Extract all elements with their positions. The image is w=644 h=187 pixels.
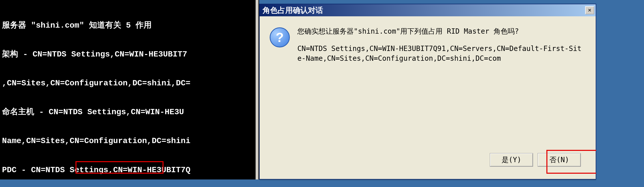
dialog-body: ? 您确实想让服务器"shini.com"用下列值占用 RID Master 角…	[260, 16, 596, 179]
terminal-line: 命名主机 - CN=NTDS Settings,CN=WIN-HE3U	[2, 107, 257, 117]
terminal-line: Name,CN=Sites,CN=Configuration,DC=shini	[2, 136, 257, 146]
terminal-line: PDC - CN=NTDS Settings,CN=WIN-HE3UBIT7Q	[2, 165, 257, 175]
dialog-titlebar[interactable]: 角色占用确认对话 ×	[260, 4, 596, 16]
terminal-line: 服务器 "shini.com" 知道有关 5 作用	[2, 21, 257, 30]
close-button[interactable]: ×	[585, 6, 594, 14]
confirmation-dialog: 角色占用确认对话 × ? 您确实想让服务器"shini.com"用下列值占用 R…	[259, 4, 596, 179]
dialog-detail: CN=NTDS Settings,CN=WIN-HE3UBIT7Q91,CN=S…	[297, 44, 586, 63]
close-icon: ×	[588, 7, 591, 14]
window-border	[256, 0, 259, 179]
terminal-line: ,CN=Sites,CN=Configuration,DC=shini,DC=	[2, 79, 257, 88]
dialog-message: 您确实想让服务器"shini.com"用下列值占用 RID Master 角色吗…	[297, 26, 586, 36]
no-button[interactable]: 否(N)	[538, 153, 581, 166]
terminal-line: 架构 - CN=NTDS Settings,CN=WIN-HE3UBIT7	[2, 50, 257, 59]
desktop-background	[596, 0, 644, 187]
yes-button[interactable]: 是(Y)	[490, 153, 533, 166]
question-icon: ?	[270, 27, 290, 47]
command-prompt-window[interactable]: 服务器 "shini.com" 知道有关 5 作用 架构 - CN=NTDS S…	[0, 0, 259, 179]
dialog-title: 角色占用确认对话	[263, 5, 323, 16]
